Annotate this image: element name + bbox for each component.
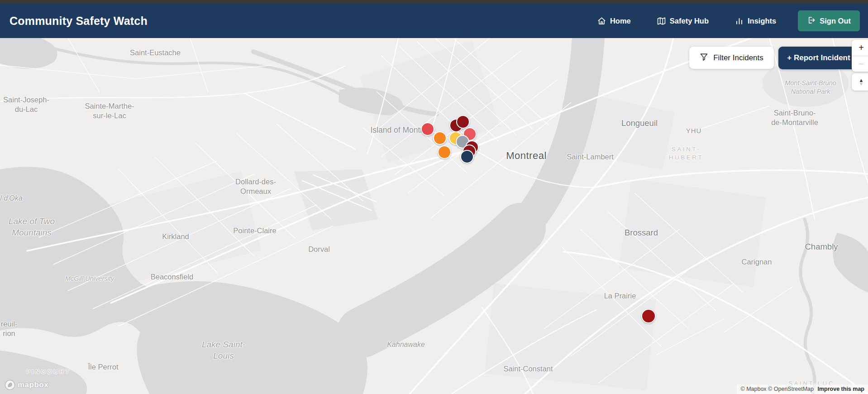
app-title: Community Safety Watch [10, 14, 148, 28]
home-icon [597, 17, 606, 25]
zoom-out-button[interactable]: − [852, 56, 868, 72]
sign-out-icon [807, 16, 816, 26]
map-pitch-control[interactable]: ▲ ▼ [852, 73, 868, 91]
nav-item-safety-hub[interactable]: Safety Hub [657, 17, 709, 25]
incident-marker[interactable] [460, 150, 474, 163]
incident-marker[interactable] [433, 131, 447, 145]
bar-chart-icon [735, 17, 744, 25]
nav-label: Safety Hub [670, 17, 709, 25]
improve-map-link[interactable]: Improve this map [818, 386, 865, 392]
nav-item-insights[interactable]: Insights [735, 17, 776, 25]
map-icon [657, 17, 666, 25]
filter-incidents-label: Filter Incidents [713, 53, 763, 62]
main-nav: Home Safety Hub Insights [597, 17, 776, 25]
mapbox-logo[interactable]: mapbox [5, 380, 48, 390]
map-zoom-control: + − [852, 40, 868, 72]
incident-marker[interactable] [421, 122, 434, 136]
pitch-down-icon: ▼ [859, 82, 864, 86]
map-canvas[interactable]: Saint-EustacheSaint-Joseph- du-LacSainte… [0, 38, 868, 394]
nav-item-home[interactable]: Home [597, 17, 631, 25]
attribution-credits-link[interactable]: © Mapbox © OpenStreetMap [740, 386, 814, 392]
sign-out-label: Sign Out [820, 17, 851, 25]
zoom-in-button[interactable]: + [852, 40, 868, 56]
incident-marker[interactable] [438, 145, 451, 159]
funnel-icon [700, 53, 708, 63]
mapbox-logo-icon [5, 380, 15, 390]
sign-out-button[interactable]: Sign Out [798, 10, 860, 31]
map-tiles [0, 38, 868, 394]
nav-label: Home [610, 17, 631, 25]
nav-label: Insights [748, 17, 776, 25]
mapbox-wordmark: mapbox [18, 380, 48, 389]
report-incident-label: + Report Incident [787, 53, 850, 62]
app-header: Community Safety Watch Home Safety Hub I… [0, 4, 868, 38]
window-top-bar [0, 0, 868, 4]
filter-incidents-button[interactable]: Filter Incidents [689, 47, 774, 69]
report-incident-button[interactable]: + Report Incident [778, 47, 859, 69]
incident-marker[interactable] [641, 309, 656, 323]
incident-marker[interactable] [456, 115, 470, 129]
map-attribution: © Mapbox © OpenStreetMap Improve this ma… [737, 384, 868, 394]
